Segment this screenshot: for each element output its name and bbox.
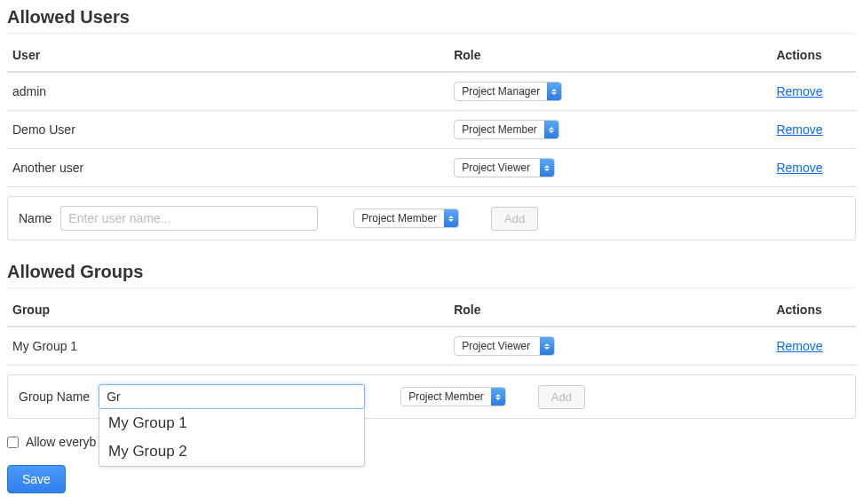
add-group-label: Group Name xyxy=(19,390,90,404)
user-name-cell: admin xyxy=(7,72,448,111)
remove-link[interactable]: Remove xyxy=(776,122,822,137)
role-select[interactable]: Project Member xyxy=(454,120,559,139)
groups-col-actions: Actions xyxy=(771,294,856,327)
allow-everybody-checkbox[interactable] xyxy=(7,437,19,448)
add-group-button[interactable]: Add xyxy=(538,385,585,409)
groups-col-group: Group xyxy=(7,294,448,327)
groups-col-role: Role xyxy=(448,294,771,327)
table-row: Another user Project Viewer Remove xyxy=(7,149,856,187)
add-user-role-select[interactable]: Project Member xyxy=(353,209,459,228)
table-row: Demo User Project Member Remove xyxy=(7,111,856,149)
allowed-users-heading: Allowed Users xyxy=(7,7,856,34)
role-select[interactable]: Project Manager xyxy=(454,82,562,101)
users-col-actions: Actions xyxy=(771,39,856,72)
remove-link[interactable]: Remove xyxy=(776,161,822,175)
chevron-up-down-icon xyxy=(540,337,554,355)
allowed-groups-heading: Allowed Groups xyxy=(7,262,856,288)
role-select-value: Project Member xyxy=(401,388,491,406)
users-col-role: Role xyxy=(448,39,771,72)
chevron-up-down-icon xyxy=(444,209,458,227)
autocomplete-option[interactable]: My Group 2 xyxy=(99,437,364,466)
save-button[interactable]: Save xyxy=(7,465,66,493)
add-user-button[interactable]: Add xyxy=(491,207,538,231)
chevron-up-down-icon xyxy=(540,159,554,177)
remove-link[interactable]: Remove xyxy=(776,84,822,98)
user-name-input[interactable] xyxy=(60,206,318,231)
allowed-users-table: User Role Actions admin Project Manager … xyxy=(7,39,856,187)
table-row: My Group 1 Project Viewer Remove xyxy=(7,327,856,366)
chevron-up-down-icon xyxy=(491,388,505,406)
remove-link[interactable]: Remove xyxy=(776,339,822,353)
group-autocomplete-dropdown: My Group 1 My Group 2 xyxy=(99,409,365,467)
add-group-row: Group Name Project Member Add My Group 1… xyxy=(7,374,856,419)
user-name-cell: Demo User xyxy=(7,111,448,149)
table-row: admin Project Manager Remove xyxy=(7,72,856,111)
role-select-value: Project Member xyxy=(354,209,444,227)
role-select-value: Project Viewer xyxy=(455,337,540,355)
allow-everybody-label: Allow everyb xyxy=(26,435,96,449)
add-user-label: Name xyxy=(19,211,51,225)
chevron-up-down-icon xyxy=(544,121,558,138)
role-select-value: Project Member xyxy=(455,121,544,138)
role-select[interactable]: Project Viewer xyxy=(454,336,555,356)
user-name-cell: Another user xyxy=(7,149,448,187)
role-select[interactable]: Project Viewer xyxy=(454,158,555,177)
role-select-value: Project Viewer xyxy=(455,159,540,177)
users-col-user: User xyxy=(7,39,448,72)
allowed-groups-table: Group Role Actions My Group 1 Project Vi… xyxy=(7,294,856,366)
group-name-cell: My Group 1 xyxy=(7,327,448,366)
chevron-up-down-icon xyxy=(547,83,561,100)
group-name-input[interactable] xyxy=(99,384,365,409)
role-select-value: Project Manager xyxy=(455,83,547,100)
autocomplete-option[interactable]: My Group 1 xyxy=(99,409,364,437)
add-user-row: Name Project Member Add xyxy=(7,196,856,240)
add-group-role-select[interactable]: Project Member xyxy=(400,387,506,406)
